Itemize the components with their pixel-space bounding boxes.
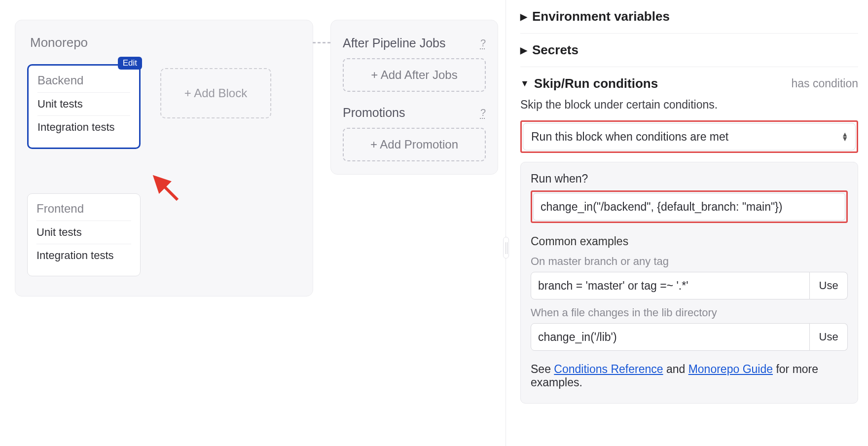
add-promotion-button[interactable]: + Add Promotion (343, 128, 486, 161)
section-environment-variables[interactable]: ▶ Environment variables (520, 9, 858, 24)
job-item[interactable]: Integration tests (37, 115, 130, 139)
conditions-reference-link[interactable]: Conditions Reference (554, 363, 663, 375)
monorepo-guide-link[interactable]: Monorepo Guide (688, 363, 773, 375)
panel-divider (506, 0, 506, 446)
job-item[interactable]: Unit tests (37, 92, 130, 115)
section-secrets[interactable]: ▶ Secrets (520, 42, 858, 58)
pipeline-card: Monorepo Edit Backend Unit tests Integra… (15, 20, 313, 297)
use-button[interactable]: Use (810, 272, 848, 299)
after-pipeline-title: After Pipeline Jobs (343, 36, 445, 50)
job-item[interactable]: Unit tests (36, 221, 131, 244)
example-input[interactable] (531, 272, 810, 299)
run-when-label: Run when? (531, 172, 848, 186)
use-button[interactable]: Use (810, 323, 848, 351)
highlight-box: Run this block when conditions are met ▲… (520, 120, 858, 153)
example-desc: On master branch or any tag (531, 255, 848, 268)
select-arrows-icon: ▲▼ (841, 132, 848, 141)
panel-resize-handle[interactable] (503, 237, 509, 259)
chevron-down-icon: ▼ (520, 78, 529, 89)
after-pipeline-card: After Pipeline Jobs ? + Add After Jobs P… (330, 20, 498, 175)
section-title: Environment variables (532, 9, 670, 24)
section-title: Secrets (532, 42, 579, 58)
section-conditions[interactable]: ▼ Skip/Run conditions has condition (520, 76, 858, 91)
conditions-mode-select[interactable]: Run this block when conditions are met ▲… (523, 123, 856, 150)
add-block-button[interactable]: + Add Block (160, 68, 271, 118)
chevron-right-icon: ▶ (520, 11, 527, 22)
reference-line: See Conditions Reference and Monorepo Gu… (531, 363, 848, 389)
help-icon[interactable]: ? (480, 107, 486, 118)
run-when-input[interactable] (533, 193, 845, 221)
block-backend[interactable]: Edit Backend Unit tests Integration test… (27, 64, 141, 149)
highlight-box (531, 190, 848, 223)
select-value: Run this block when conditions are met (531, 130, 728, 144)
block-title-backend: Backend (37, 74, 130, 87)
block-title-frontend: Frontend (36, 202, 131, 216)
job-item[interactable]: Integration tests (36, 244, 131, 267)
add-after-jobs-button[interactable]: + Add After Jobs (343, 58, 486, 92)
conditions-subcard: Run when? Common examples On master bran… (520, 162, 858, 404)
section-title: Skip/Run conditions (534, 76, 658, 91)
condition-badge: has condition (791, 77, 858, 90)
example-input[interactable] (531, 323, 810, 351)
pipeline-connector (313, 42, 330, 43)
help-icon[interactable]: ? (480, 37, 486, 49)
conditions-description: Skip the block under certain conditions. (520, 98, 858, 112)
pipeline-title: Monorepo (30, 35, 301, 50)
chevron-right-icon: ▶ (520, 45, 527, 56)
edit-badge[interactable]: Edit (118, 57, 142, 70)
block-frontend[interactable]: Frontend Unit tests Integration tests (27, 193, 141, 276)
promotions-title: Promotions (343, 106, 405, 120)
examples-title: Common examples (531, 235, 848, 248)
example-desc: When a file changes in the lib directory (531, 306, 848, 319)
